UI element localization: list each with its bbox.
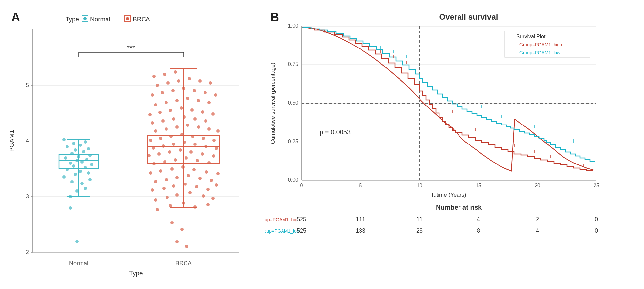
brca-dot	[216, 172, 220, 175]
brca-outlier	[180, 228, 184, 231]
brca-dot	[186, 97, 189, 100]
brca-dot	[205, 170, 208, 174]
brca-dot	[163, 73, 166, 76]
b-high-risk-10: 11	[416, 216, 423, 222]
brca-dot	[201, 152, 204, 156]
normal-dot	[75, 159, 79, 162]
brca-dot	[169, 204, 172, 207]
brca-dot	[170, 167, 174, 171]
b-low-risk-25: 0	[595, 227, 598, 234]
brca-dot	[159, 137, 162, 140]
panel-a: A Type Normal BRCA 2 3 4	[7, 7, 262, 282]
significance-stars: ***	[127, 44, 135, 51]
brca-dot	[181, 165, 185, 169]
xtick-normal: Normal	[69, 260, 88, 267]
b-y-axis-label: Cumulative survival (percentage)	[270, 63, 276, 144]
brca-dot	[165, 101, 168, 104]
b-high-risk-20: 2	[536, 216, 539, 222]
b-risk-title: Number at risk	[436, 204, 482, 211]
brca-dot	[193, 89, 196, 92]
brca-dot	[147, 154, 151, 157]
b-legend-title: Survival Plot	[517, 34, 546, 39]
brca-dot	[161, 119, 165, 123]
brca-dot	[197, 125, 200, 129]
brca-dot	[166, 196, 169, 199]
normal-dot	[82, 150, 85, 153]
b-x-axis-label: futime (Years)	[432, 192, 466, 198]
brca-dot	[154, 180, 157, 183]
normal-dot	[90, 163, 93, 166]
brca-dot	[162, 187, 166, 190]
normal-dot	[64, 156, 67, 160]
brca-dot	[185, 156, 188, 160]
brca-dot	[195, 185, 198, 188]
brca-dot	[196, 159, 199, 162]
normal-dot	[87, 147, 90, 150]
brca-dot	[206, 188, 210, 191]
brca-dot	[202, 137, 205, 140]
brca-dot	[191, 135, 194, 138]
brca-dot	[188, 77, 191, 80]
brca-dot	[193, 143, 197, 146]
b-ytick-0: 0.00	[288, 177, 298, 183]
panel-b-label: B	[270, 10, 279, 24]
brca-dot	[151, 93, 154, 97]
brca-dot	[212, 154, 215, 158]
brca-dot	[202, 194, 205, 198]
brca-dot	[165, 178, 168, 181]
brca-dot	[204, 119, 207, 123]
normal-dot	[72, 164, 75, 168]
brca-dot	[215, 147, 218, 150]
brca-dot	[216, 129, 220, 133]
survival-title: Overall survival	[439, 12, 498, 21]
chart-a-svg: A Type Normal BRCA 2 3 4	[7, 7, 262, 282]
normal-dot	[62, 138, 66, 141]
b-low-risk-20: 4	[536, 227, 539, 234]
normal-dot	[88, 178, 92, 181]
brca-outlier	[185, 245, 188, 248]
brca-dot	[165, 127, 168, 131]
b-low-risk-5: 133	[356, 227, 365, 234]
brca-outlier	[170, 221, 174, 224]
brca-dot	[159, 169, 162, 173]
brca-dot	[154, 198, 157, 202]
brca-dot	[206, 203, 210, 206]
b-low-risk-0: 525	[297, 227, 306, 234]
b-high-risk-0: 525	[297, 216, 306, 222]
brca-dot	[149, 139, 152, 142]
b-risk-low-label: Group=PGAM1_low	[265, 228, 300, 234]
legend-normal-label: Normal	[90, 16, 110, 23]
brca-dot	[215, 183, 218, 187]
normal-dot	[85, 158, 88, 161]
brca-dot	[172, 143, 175, 146]
normal-outlier-low	[75, 240, 79, 243]
brca-dot	[172, 184, 175, 188]
normal-dot	[79, 144, 82, 147]
brca-dot	[157, 152, 161, 156]
brca-dot	[193, 205, 197, 209]
brca-dot	[189, 150, 193, 154]
brca-dot	[149, 171, 152, 175]
brca-dot	[187, 174, 190, 177]
b-low-risk-15: 8	[477, 227, 480, 234]
brca-dot	[197, 99, 200, 102]
normal-dot	[62, 175, 66, 179]
brca-dot	[175, 125, 179, 129]
brca-dot	[211, 197, 215, 200]
brca-dot	[162, 144, 165, 148]
brca-dot	[175, 176, 179, 179]
x-axis-label: Type	[129, 270, 143, 277]
brca-dot	[180, 133, 184, 136]
brca-dot	[186, 124, 189, 127]
brca-dot	[198, 177, 202, 180]
brca-dot	[169, 135, 173, 138]
b-high-risk-15: 4	[477, 216, 480, 222]
brca-dot	[204, 91, 207, 94]
normal-dot	[66, 168, 69, 171]
brca-dot	[207, 127, 211, 131]
brca-dot	[163, 160, 166, 164]
b-xtick-15: 15	[476, 183, 481, 188]
brca-dot	[168, 150, 171, 154]
brca-dot	[151, 188, 154, 192]
normal-dot	[77, 155, 80, 158]
